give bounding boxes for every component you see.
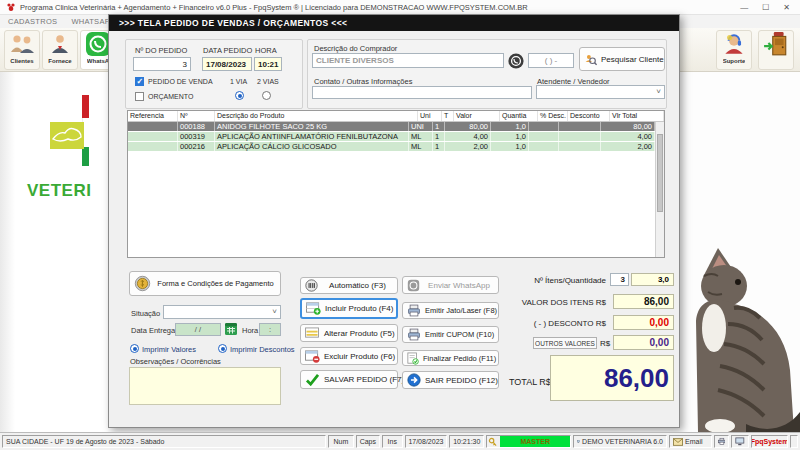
toolbar-fornecedores-button[interactable]: Fornece (42, 30, 78, 70)
enviar-whatsapp-label: Enviar WhatsApp (424, 281, 494, 290)
status-user: MASTER (486, 435, 571, 448)
toolbar-clientes-button[interactable]: Clientes (4, 30, 40, 70)
statusbar: SUA CIDADE - UF 19 de Agosto de 2023 - S… (0, 432, 800, 450)
table-cell: 4,00 (601, 132, 655, 141)
logo-stripe-red (82, 95, 89, 118)
forma-pagamento-button[interactable]: Forma e Condições de Pagamento (129, 271, 281, 296)
dialog-titlebar[interactable]: >>> TELA PEDIDO DE VENDAS / ORÇAMENTOS <… (109, 15, 679, 31)
supplier-icon (47, 31, 73, 57)
exit-door-icon (763, 31, 789, 57)
data-entrega-label: Data Entrega (131, 326, 175, 335)
close-button[interactable]: ✕ (783, 3, 790, 12)
key-icon (488, 437, 497, 447)
minimize-button[interactable]: — (740, 3, 748, 12)
pedido-venda-checkbox[interactable] (135, 77, 144, 86)
table-scrollbar[interactable] (655, 122, 664, 257)
window-titlebar: Programa Clinica Veterinária + Agendamen… (0, 0, 800, 15)
toolbar-exit-button[interactable] (758, 30, 794, 70)
enviar-whatsapp-button[interactable]: Enviar WhatsApp (402, 276, 499, 294)
table-cell: 000216 (178, 142, 215, 151)
via2-radio[interactable] (262, 91, 271, 100)
whatsapp-send-icon[interactable] (508, 53, 524, 69)
pesquisar-cliente-label: Pesquisar Cliente (601, 55, 664, 64)
toolbar-suporte-button[interactable]: Suporte (716, 30, 752, 70)
numero-pedido-field[interactable]: 3 (133, 57, 191, 71)
table-row[interactable]: 000319APLICAÇÃO ANTIINFLAMATÓRIO FENILBU… (128, 132, 655, 142)
status-monitor[interactable] (731, 435, 749, 448)
comprador-field[interactable]: CLIENTE DIVERSOS (312, 53, 504, 68)
table-cell: APLICAÇÃO CÁLCIO GLICOSADO (215, 142, 409, 151)
status-key (790, 435, 798, 448)
products-table-header: ReferenciaNºDescrição do ProdutoUniTValo… (128, 111, 664, 122)
status-caps: Caps (356, 435, 380, 448)
table-cell: 80,00 (445, 122, 491, 131)
table-cell (529, 122, 559, 131)
table-cell: 2,00 (445, 142, 491, 151)
save-check-icon (305, 374, 320, 386)
outros-valores-button[interactable]: OUTROS VALORES (533, 337, 597, 349)
menu-cadastros[interactable]: CADASTROS (8, 17, 57, 26)
emitir-cupom-button[interactable]: Emitir CUPOM (F10) (402, 326, 499, 343)
automatico-button[interactable]: Automático (F3) (300, 277, 398, 294)
table-header-cell[interactable]: Desconto (568, 111, 610, 121)
delete-product-icon (305, 350, 320, 363)
table-cell (529, 132, 559, 141)
table-cell: 1,0 (491, 122, 529, 131)
imprimir-valores-radio[interactable] (130, 344, 139, 353)
pesquisar-cliente-button[interactable]: Pesquisar Cliente (579, 47, 665, 71)
total-field: 86,00 (550, 355, 674, 401)
status-num: Num (328, 435, 353, 448)
emitir-jato-button[interactable]: Emitir Jato/Laser (F8) (402, 302, 499, 319)
sair-pedido-label: SAIR PEDIDO (F12) (425, 376, 498, 385)
hora-pedido-field[interactable]: 10:21 (254, 57, 282, 71)
status-location: SUA CIDADE - UF 19 de Agosto de 2023 - S… (2, 435, 326, 448)
via1-label: 1 VIA (230, 78, 247, 85)
salvar-pedido-button[interactable]: SALVAR PEDIDO (F7) (300, 370, 398, 389)
table-scrollbar-thumb[interactable] (657, 134, 663, 212)
table-header-cell[interactable]: Descrição do Produto (215, 111, 418, 121)
calendar-icon[interactable] (225, 323, 237, 335)
telefone-field[interactable]: ( ) - (528, 53, 574, 68)
table-row[interactable]: 000188ANIDOG FILHOTE SACO 25 KGUNI180,00… (128, 122, 655, 132)
orcamento-checkbox[interactable] (135, 92, 144, 101)
edit-product-icon (305, 327, 320, 339)
table-header-cell[interactable]: Valor (454, 111, 500, 121)
via1-radio[interactable] (235, 91, 244, 100)
table-header-cell[interactable]: Vlr Total (610, 111, 664, 121)
table-header-cell[interactable]: Referencia (128, 111, 178, 121)
table-cell: 1 (433, 122, 445, 131)
table-header-cell[interactable]: Uni (418, 111, 442, 121)
data-pedido-label: DATA PEDIDO (203, 46, 252, 55)
status-printer[interactable] (714, 435, 730, 448)
alterar-produto-button[interactable]: Alterar Produto (F5) (300, 324, 398, 342)
incluir-produto-button[interactable]: Incluir Produto (F4) (300, 298, 398, 319)
comprador-label: Descrição do Comprador (314, 44, 397, 53)
excluir-produto-button[interactable]: Excluir Produto (F6) (300, 347, 398, 365)
status-email[interactable]: Email (669, 435, 712, 448)
hora-entrega-field[interactable]: : (259, 323, 281, 336)
maximize-button[interactable]: ☐ (762, 3, 769, 12)
observacoes-textarea[interactable] (129, 367, 281, 405)
status-brand: FpqSystem (751, 435, 788, 448)
kitten-photo (688, 246, 800, 432)
contato-field[interactable] (312, 86, 532, 99)
search-client-icon (584, 53, 597, 66)
table-row[interactable]: 000216APLICAÇÃO CÁLCIO GLICOSADOML12,001… (128, 142, 655, 152)
table-header-cell[interactable]: % Desc. (538, 111, 568, 121)
toolbar-suporte-label: Suporte (723, 58, 746, 64)
situacao-dropdown[interactable] (163, 305, 281, 319)
finalizar-pedido-button[interactable]: Finalizar Pedido (F11) (402, 350, 499, 366)
incluir-produto-label: Incluir Produto (F4) (325, 304, 393, 313)
table-header-cell[interactable]: Quantia (500, 111, 538, 121)
table-cell (559, 122, 601, 131)
sair-pedido-button[interactable]: SAIR PEDIDO (F12) (402, 371, 499, 389)
printer-small-icon (718, 437, 726, 446)
imprimir-descontos-radio[interactable] (218, 344, 227, 353)
data-pedido-field[interactable]: 17/08/2023 (202, 57, 252, 71)
table-cell (559, 142, 601, 151)
table-header-cell[interactable]: T (442, 111, 454, 121)
table-header-cell[interactable]: Nº (178, 111, 215, 121)
data-entrega-field[interactable]: / / (175, 323, 221, 336)
atendente-dropdown[interactable] (536, 85, 665, 99)
table-cell (128, 132, 178, 141)
